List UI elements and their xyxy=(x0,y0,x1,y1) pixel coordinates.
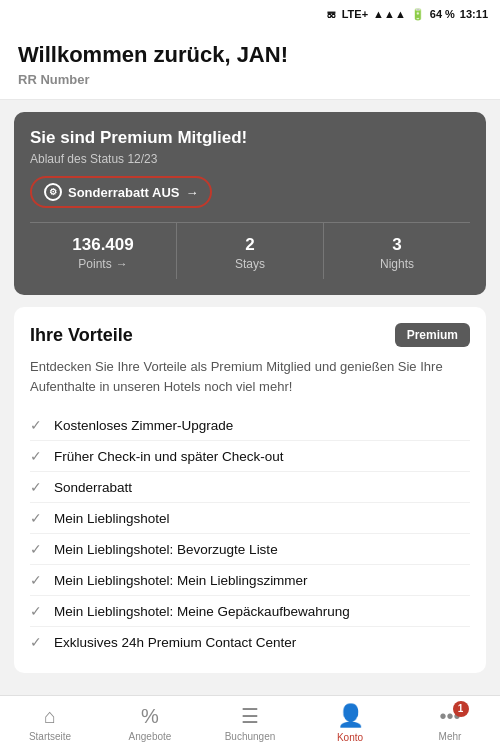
mehr-label: Mehr xyxy=(439,731,462,742)
benefit-label: Exklusives 24h Premium Contact Center xyxy=(54,635,296,650)
stat-points-value: 136.409 xyxy=(38,235,168,255)
status-bar: ⯹ LTE+ ▲▲▲ 🔋 64 % 13:11 xyxy=(0,0,500,28)
battery-percent: 64 % xyxy=(430,8,455,20)
angebote-icon: % xyxy=(141,705,159,728)
benefit-label: Sonderrabatt xyxy=(54,480,132,495)
benefit-list: ✓Kostenloses Zimmer-Upgrade✓Früher Check… xyxy=(30,410,470,657)
check-icon: ✓ xyxy=(30,479,42,495)
mehr-badge: 1 xyxy=(453,701,469,717)
battery-icon: 🔋 xyxy=(411,8,425,21)
sonderrabatt-label: Sonderrabatt AUS xyxy=(68,185,179,200)
benefit-label: Mein Lieblingshotel: Meine Gepäckaufbewa… xyxy=(54,604,350,619)
startseite-icon: ⌂ xyxy=(44,705,56,728)
welcome-title: Willkommen zurück, JAN! xyxy=(18,42,482,68)
konto-icon: 👤 xyxy=(337,703,364,729)
stat-stays: 2 Stays xyxy=(177,223,324,279)
stat-stays-label: Stays xyxy=(185,257,315,271)
sonderrabatt-button[interactable]: ⚙ Sonderrabatt AUS → xyxy=(30,176,212,208)
lte-indicator: LTE+ xyxy=(342,8,368,20)
stat-nights: 3 Nights xyxy=(324,223,470,279)
buchungen-label: Buchungen xyxy=(225,731,276,742)
check-icon: ✓ xyxy=(30,448,42,464)
vorteile-header: Ihre Vorteile Premium xyxy=(30,323,470,347)
buchungen-icon: ☰ xyxy=(241,704,259,728)
check-icon: ✓ xyxy=(30,572,42,588)
premium-badge: Premium xyxy=(395,323,470,347)
benefit-item: ✓Mein Lieblingshotel: Mein Lieblingszimm… xyxy=(30,565,470,596)
vorteile-card: Ihre Vorteile Premium Entdecken Sie Ihre… xyxy=(14,307,486,673)
stat-nights-value: 3 xyxy=(332,235,462,255)
benefit-label: Früher Check-in und später Check-out xyxy=(54,449,284,464)
benefit-label: Mein Lieblingshotel: Bevorzugte Liste xyxy=(54,542,278,557)
benefit-label: Kostenloses Zimmer-Upgrade xyxy=(54,418,233,433)
nav-item-mehr[interactable]: ••• 1 Mehr xyxy=(400,699,500,748)
stats-row: 136.409 Points → 2 Stays 3 Nights xyxy=(30,222,470,279)
angebote-label: Angebote xyxy=(129,731,172,742)
stat-nights-label: Nights xyxy=(332,257,462,271)
benefit-item: ✓Früher Check-in und später Check-out xyxy=(30,441,470,472)
benefit-label: Mein Lieblingshotel xyxy=(54,511,170,526)
nav-item-konto[interactable]: 👤 Konto xyxy=(300,697,400,749)
konto-label: Konto xyxy=(337,732,363,743)
vorteile-title: Ihre Vorteile xyxy=(30,325,133,346)
bluetooth-icon: ⯹ xyxy=(326,8,337,20)
check-icon: ✓ xyxy=(30,603,42,619)
stat-points[interactable]: 136.409 Points → xyxy=(30,223,177,279)
benefit-label: Mein Lieblingshotel: Mein Lieblingszimme… xyxy=(54,573,308,588)
benefit-item: ✓Sonderrabatt xyxy=(30,472,470,503)
header: Willkommen zurück, JAN! RR Number xyxy=(0,28,500,100)
startseite-label: Startseite xyxy=(29,731,71,742)
benefit-item: ✓Mein Lieblingshotel xyxy=(30,503,470,534)
check-icon: ✓ xyxy=(30,634,42,650)
arrow-icon: → xyxy=(185,185,198,200)
signal-icon: ▲▲▲ xyxy=(373,8,406,20)
stat-points-label: Points → xyxy=(38,257,168,271)
main-content: Sie sind Premium Mitglied! Ablauf des St… xyxy=(0,100,500,697)
mehr-icon-wrapper: ••• 1 xyxy=(439,705,460,728)
stat-stays-value: 2 xyxy=(185,235,315,255)
premium-card: Sie sind Premium Mitglied! Ablauf des St… xyxy=(14,112,486,295)
sonderrabatt-icon: ⚙ xyxy=(44,183,62,201)
clock: 13:11 xyxy=(460,8,488,20)
vorteile-description: Entdecken Sie Ihre Vorteile als Premium … xyxy=(30,357,470,396)
benefit-item: ✓Exklusives 24h Premium Contact Center xyxy=(30,627,470,657)
check-icon: ✓ xyxy=(30,417,42,433)
benefit-item: ✓Mein Lieblingshotel: Meine Gepäckaufbew… xyxy=(30,596,470,627)
nav-item-angebote[interactable]: % Angebote xyxy=(100,699,200,748)
points-arrow: → xyxy=(116,257,128,271)
check-icon: ✓ xyxy=(30,510,42,526)
bottom-nav: ⌂ Startseite % Angebote ☰ Buchungen 👤 Ko… xyxy=(0,695,500,750)
check-icon: ✓ xyxy=(30,541,42,557)
nav-item-startseite[interactable]: ⌂ Startseite xyxy=(0,699,100,748)
benefit-item: ✓Mein Lieblingshotel: Bevorzugte Liste xyxy=(30,534,470,565)
rr-number-label: RR Number xyxy=(18,72,482,87)
premium-card-expiry: Ablauf des Status 12/23 xyxy=(30,152,470,166)
premium-card-title: Sie sind Premium Mitglied! xyxy=(30,128,470,148)
nav-item-buchungen[interactable]: ☰ Buchungen xyxy=(200,698,300,748)
benefit-item: ✓Kostenloses Zimmer-Upgrade xyxy=(30,410,470,441)
